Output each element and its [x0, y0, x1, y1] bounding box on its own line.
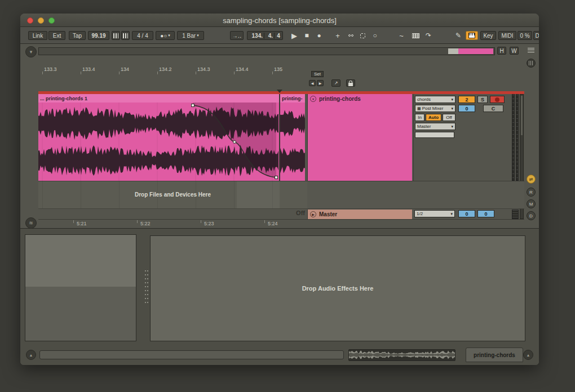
lock-envelopes-button[interactable]	[346, 79, 355, 87]
fade-curves-button[interactable]: ~	[396, 30, 407, 41]
ruler-tick: 134	[121, 66, 129, 72]
track-volume-value[interactable]: 0	[458, 105, 475, 112]
arm-button[interactable]	[490, 96, 505, 103]
piano-icon	[468, 33, 475, 38]
fade-start-handle[interactable]	[192, 104, 194, 107]
monitor-off-button[interactable]: Off	[443, 114, 455, 121]
mixer-section-toggle[interactable]: M	[527, 199, 536, 208]
insert-marker[interactable]	[277, 90, 282, 93]
main-menu-button[interactable]	[525, 45, 537, 55]
next-locator-button[interactable]: ▶	[317, 80, 324, 86]
selected-clip-tab[interactable]: printing-chords	[466, 348, 523, 362]
monitor-chooser[interactable]: ▦Post Mixer ▾	[415, 105, 455, 112]
io-meter-toggle[interactable]	[527, 59, 536, 68]
master-volume-value[interactable]: 0	[458, 210, 475, 217]
track-header[interactable]: ▾ printing-chords	[307, 94, 412, 181]
monitor-auto-button[interactable]: Auto	[426, 114, 441, 121]
new-button[interactable]: +	[333, 30, 343, 41]
show-detail-toggle[interactable]: ▲	[523, 350, 533, 360]
arrow-left-icon: ◀	[311, 81, 314, 85]
clip-title-bar[interactable]: ... printing-chords 1	[38, 94, 279, 103]
follow-toggle[interactable]: ▾	[25, 46, 37, 57]
record-button[interactable]: ●	[313, 30, 325, 41]
overview-view-box[interactable]	[448, 48, 458, 54]
quantize-menu[interactable]: 1 Bar ▾	[177, 31, 204, 40]
computer-keyboard-button[interactable]	[409, 30, 422, 41]
loop-button[interactable]: ○	[370, 30, 380, 41]
time-signature-display[interactable]: 4 / 4	[132, 31, 153, 40]
expand-button[interactable]: ↗	[331, 79, 340, 87]
stop-icon: ■	[304, 32, 308, 39]
delay-section-toggle[interactable]: D	[527, 211, 536, 220]
lock-icon	[348, 83, 353, 86]
output-chooser[interactable]: Master ▾	[415, 123, 455, 130]
track-pan-value[interactable]: C	[483, 105, 503, 112]
fade-icon: ~	[399, 32, 404, 40]
tap-tempo-button[interactable]: Tap	[69, 31, 86, 40]
arrangement-position-display[interactable]: 134. 4. 4	[247, 31, 283, 40]
capture-midi-icon	[360, 33, 365, 38]
play-button[interactable]: ▶	[289, 30, 300, 41]
key-map-button[interactable]: Key	[480, 31, 496, 40]
device-drop-area[interactable]: Drop Audio Effects Here	[150, 235, 525, 341]
audio-clip-1[interactable]: ... printing-chords 1	[38, 94, 279, 181]
midi-map-button[interactable]: MIDI	[498, 31, 516, 40]
nudge-down-button[interactable]	[112, 31, 120, 40]
automation-arrow-button[interactable]: ↷	[424, 30, 433, 41]
panel-resize-grip[interactable]	[147, 270, 148, 304]
overview-waves-toggle[interactable]: ≋	[25, 217, 37, 229]
returns-section-toggle[interactable]: R	[527, 188, 536, 197]
position-sixteenths: 4	[275, 33, 282, 39]
track-drop-area[interactable]: Drop Files and Devices Here	[38, 181, 307, 209]
panel-resize-grip[interactable]	[145, 270, 146, 304]
master-quantize-chooser[interactable]: 1/2 ▾	[414, 210, 455, 217]
clip-overview-waveform[interactable]	[348, 349, 455, 361]
overdub-button[interactable]	[345, 30, 356, 41]
track-area-right	[307, 181, 524, 209]
nudge-down-icon	[113, 33, 118, 38]
input-type-chooser[interactable]: chords ▾	[415, 96, 455, 103]
arrow-right-icon: ▶	[319, 81, 322, 85]
show-info-toggle[interactable]: ▲	[26, 350, 36, 360]
master-pan-value[interactable]: 0	[477, 210, 494, 217]
title-bar[interactable]: sampling-chords [sampling-chords]	[20, 14, 539, 27]
beat-time-ruler[interactable]: 133.3 133.4 134 134.2 134.3 134.4 135	[38, 65, 307, 74]
send-knob-value[interactable]: 2	[458, 96, 475, 103]
capture-midi-button[interactable]	[357, 30, 368, 41]
master-play-button[interactable]: ▶	[310, 211, 316, 217]
optimize-width-button[interactable]: W	[510, 47, 519, 55]
arrangement-overview[interactable]	[38, 47, 495, 55]
monitor-in-button[interactable]: In	[415, 114, 424, 121]
prev-locator-button[interactable]: ◀	[309, 80, 316, 86]
draw-mode-button[interactable]: ✎	[453, 30, 463, 41]
info-view-panel[interactable]	[25, 234, 136, 341]
chevron-down-icon: ▾	[450, 212, 453, 216]
stop-button[interactable]: ■	[301, 30, 312, 41]
automation-chooser-off[interactable]: Off	[249, 210, 305, 216]
ext-button[interactable]: Ext	[48, 31, 65, 40]
scrollbar-thumb[interactable]	[521, 96, 523, 135]
track-name[interactable]: printing-chords	[319, 96, 361, 102]
follow-button[interactable]: →‥	[230, 31, 244, 40]
track-fold-button[interactable]: ▾	[310, 96, 316, 102]
input-type-label: chords	[417, 97, 431, 102]
metronome-button[interactable]: ●○ ▾	[156, 31, 175, 40]
io-section-toggle[interactable]: ⇄	[527, 175, 536, 184]
master-track-name[interactable]: Master	[319, 211, 337, 217]
solo-button[interactable]: S	[477, 96, 488, 103]
fade-mid-handle[interactable]	[233, 141, 236, 144]
nudge-up-button[interactable]	[121, 31, 130, 40]
tempo-display[interactable]: 99.19	[88, 31, 109, 40]
master-track-header[interactable]: ▶ Master	[307, 210, 412, 219]
locator-set-marker[interactable]: Set	[311, 71, 324, 77]
minute-time-ruler[interactable]: 5:21 5:22 5:23 5:24	[38, 219, 524, 228]
lines-icon	[529, 61, 533, 65]
link-button[interactable]: Link	[28, 31, 47, 40]
audio-clip-2[interactable]: printing-	[280, 94, 305, 181]
optimize-height-button[interactable]: H	[497, 47, 506, 55]
time-tick: 5:22	[140, 221, 151, 226]
midi-keyboard-toggle[interactable]	[466, 31, 478, 40]
output-label: Master	[417, 124, 431, 129]
fade-end-handle[interactable]	[275, 176, 278, 179]
clip-title-bar[interactable]: printing-	[280, 94, 305, 103]
